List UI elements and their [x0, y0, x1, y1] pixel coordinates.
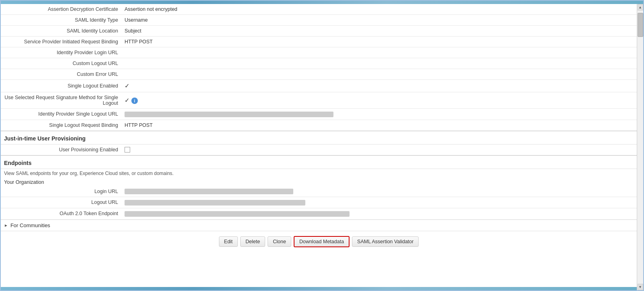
field-value: Username [121, 15, 637, 26]
field-label: Assertion Decryption Certificate [1, 4, 121, 15]
field-label: Custom Error URL [1, 69, 121, 80]
scroll-up-arrow[interactable]: ▲ [638, 4, 643, 10]
table-row: Custom Error URL [1, 69, 637, 80]
field-label: Identity Provider Single Logout URL [1, 109, 121, 120]
field-value: Assertion not encrypted [121, 4, 637, 15]
blurred-value: ████████████████████████████████████████ [125, 189, 293, 194]
field-value: ████████████████████████████████████████ [121, 186, 637, 197]
page-wrapper: Assertion Decryption CertificateAssertio… [0, 0, 644, 291]
field-label: Use Selected Request Signature Method fo… [1, 92, 121, 109]
info-icon[interactable]: i [131, 98, 138, 104]
jit-section-header: Just-in-time User Provisioning [1, 131, 637, 144]
field-value [121, 47, 637, 58]
jit-field-value [121, 144, 637, 155]
content-area: Assertion Decryption CertificateAssertio… [1, 4, 643, 287]
field-label: SAML Identity Location [1, 26, 121, 37]
jit-field-label: User Provisioning Enabled [1, 144, 121, 155]
table-row: Service Provider Initiated Request Bindi… [1, 37, 637, 47]
field-label: Logout URL [1, 197, 121, 208]
checkmark-icon: ✓ [125, 97, 130, 104]
field-value: ✓i [121, 92, 637, 109]
table-row: OAuth 2.0 Token Endpoint████████████████… [1, 208, 637, 219]
endpoints-description: View SAML endpoints for your org, Experi… [1, 169, 637, 178]
endpoints-section-header: Endpoints [1, 155, 637, 169]
field-label: OAuth 2.0 Token Endpoint [1, 208, 121, 219]
field-value: Subject [121, 26, 637, 37]
field-value: ████████████████████████████████████████ [121, 197, 637, 208]
field-label: Single Logout Enabled [1, 80, 121, 92]
user-provisioning-checkbox[interactable] [125, 147, 130, 153]
table-row: Single Logout Request BindingHTTP POST [1, 120, 637, 130]
table-row: Custom Logout URL [1, 58, 637, 69]
for-communities-row[interactable]: ► For Communities [1, 220, 637, 231]
footer-buttons: Edit Delete Clone Download Metadata SAML… [1, 231, 637, 252]
delete-button[interactable]: Delete [240, 236, 265, 247]
field-label: SAML Identity Type [1, 15, 121, 26]
checkmark-icon: ✓ [125, 82, 130, 89]
endpoints-table: Login URL███████████████████████████████… [1, 186, 637, 219]
table-row: Login URL███████████████████████████████… [1, 186, 637, 197]
field-value [121, 58, 637, 69]
field-label: Service Provider Initiated Request Bindi… [1, 37, 121, 47]
table-row: Logout URL██████████████████████████████… [1, 197, 637, 208]
scrollbar-track [638, 10, 643, 284]
table-row: SAML Identity TypeUsername [1, 15, 637, 26]
download-metadata-button[interactable]: Download Metadata [294, 236, 350, 247]
table-row: User Provisioning Enabled [1, 144, 637, 155]
blurred-value: ████████████████████████████████████████ [125, 211, 350, 217]
table-row: Identity Provider Single Logout URL█████… [1, 109, 637, 120]
saml-assertion-validator-button[interactable]: SAML Assertion Validator [352, 236, 419, 247]
top-border [1, 1, 643, 4]
blurred-value: ████████████████████████████████████████ [125, 112, 333, 117]
expand-icon: ► [4, 223, 8, 228]
scrollbar-thumb[interactable] [638, 13, 643, 37]
field-value: ████████████████████████████████████████ [121, 208, 637, 219]
field-label: Identity Provider Login URL [1, 47, 121, 58]
scrollbar: ▲ ▼ [637, 4, 643, 287]
scroll-down-arrow[interactable]: ▼ [638, 284, 643, 287]
table-row: Assertion Decryption CertificateAssertio… [1, 4, 637, 15]
jit-section-title: Just-in-time User Provisioning [4, 135, 634, 142]
detail-table: Assertion Decryption CertificateAssertio… [1, 4, 637, 131]
org-label: Your Organization [1, 178, 637, 186]
field-value [121, 69, 637, 80]
table-row: SAML Identity LocationSubject [1, 26, 637, 37]
field-value: HTTP POST [121, 37, 637, 47]
edit-button[interactable]: Edit [219, 236, 238, 247]
jit-table: User Provisioning Enabled [1, 144, 637, 156]
clone-button[interactable]: Clone [268, 236, 291, 247]
bottom-border [1, 287, 643, 290]
field-value: ✓ [121, 80, 637, 92]
field-label: Login URL [1, 186, 121, 197]
table-row: Identity Provider Login URL [1, 47, 637, 58]
for-communities-label: For Communities [10, 222, 50, 228]
field-label: Single Logout Request Binding [1, 120, 121, 130]
blurred-value: ████████████████████████████████████████ [125, 200, 305, 206]
table-row: Single Logout Enabled✓ [1, 80, 637, 92]
endpoints-section-title: Endpoints [4, 160, 634, 166]
field-value: HTTP POST [121, 120, 637, 130]
table-row: Use Selected Request Signature Method fo… [1, 92, 637, 109]
field-label: Custom Logout URL [1, 58, 121, 69]
field-value: ████████████████████████████████████████ [121, 109, 637, 120]
